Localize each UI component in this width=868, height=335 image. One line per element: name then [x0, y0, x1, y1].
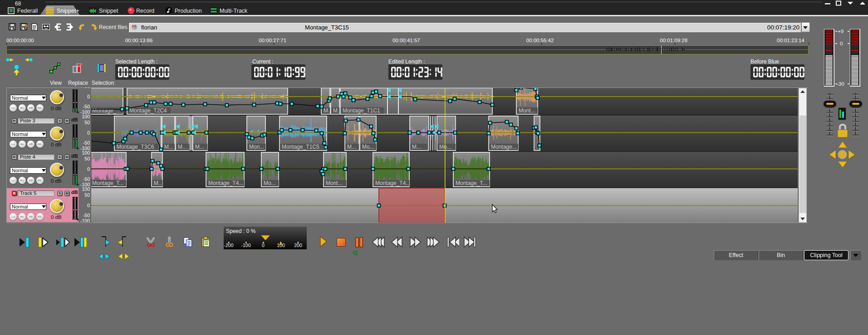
- svg-text:Montage_T...: Montage_T...: [92, 180, 123, 186]
- svg-text:Montage_T...: Montage_T...: [456, 180, 487, 186]
- svg-text:Montage_T4...: Montage_T4...: [208, 180, 243, 186]
- svg-text:Montage_...: Montage_...: [92, 107, 121, 114]
- svg-text:Mont...: Mont...: [519, 107, 535, 114]
- svg-text:M..: M..: [154, 180, 162, 186]
- svg-text:0: 0: [262, 243, 265, 248]
- svg-text:?: ?: [24, 24, 27, 30]
- svg-text:Montage_T3C6: Montage_T3C6: [117, 144, 154, 150]
- svg-text:Montage...: Montage...: [491, 144, 517, 150]
- svg-text:-200: -200: [224, 243, 233, 248]
- svg-text:Mo...: Mo...: [264, 180, 276, 186]
- svg-text:M...: M...: [412, 144, 421, 150]
- svg-text:200: 200: [294, 243, 302, 248]
- svg-text:Montage_T4...: Montage_T4...: [375, 180, 410, 186]
- svg-text:M...: M...: [178, 144, 187, 150]
- svg-text:M...: M...: [164, 144, 173, 150]
- svg-text:M...: M...: [195, 144, 204, 150]
- svg-text:Mon...: Mon...: [249, 144, 264, 150]
- svg-text:-100: -100: [241, 243, 250, 248]
- svg-text:Montage_T2C4: Montage_T2C4: [129, 107, 167, 114]
- svg-text:Mont...: Mont...: [326, 180, 343, 186]
- svg-text:Montage_T1C1: Montage_T1C1: [343, 107, 380, 114]
- svg-text:M...: M...: [347, 144, 356, 150]
- svg-text:Mo...: Mo...: [362, 144, 374, 150]
- svg-text:Montage_T1C5: Montage_T1C5: [282, 144, 319, 150]
